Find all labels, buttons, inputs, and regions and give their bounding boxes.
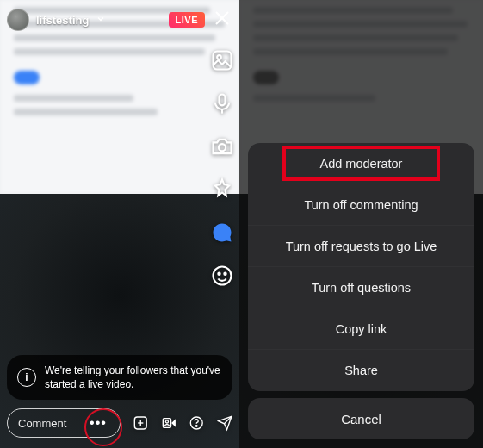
svg-point-7 [214, 267, 232, 285]
sheet-item-label: Copy link [336, 322, 387, 336]
live-side-rail [210, 48, 234, 288]
more-options-icon[interactable]: ••• [89, 414, 108, 432]
svg-point-6 [219, 144, 226, 151]
effects-icon[interactable] [210, 177, 234, 202]
comment-pill[interactable]: ••• [7, 408, 121, 438]
svg-point-8 [218, 273, 220, 275]
sheet-item-turn-off-requests[interactable]: Turn off requests to go Live [248, 226, 474, 267]
info-icon: i [17, 368, 36, 387]
svg-rect-2 [214, 52, 232, 70]
sheet-item-copy-link[interactable]: Copy link [248, 308, 474, 350]
live-bottombar: ••• [7, 407, 232, 439]
svg-point-14 [165, 420, 168, 423]
sheet-item-share[interactable]: Share [248, 350, 474, 391]
send-icon[interactable] [217, 413, 233, 433]
sticker-icon[interactable] [210, 264, 234, 288]
svg-rect-4 [220, 95, 226, 106]
toast-text: We're telling your followers that you've… [45, 364, 222, 391]
live-badge: LIVE [169, 12, 205, 28]
questions-icon[interactable] [189, 413, 205, 433]
sheet-item-turn-off-commenting[interactable]: Turn off commenting [248, 184, 474, 226]
username-label[interactable]: lifstesting [36, 14, 89, 27]
microphone-icon[interactable] [210, 91, 234, 115]
camera-flip-icon[interactable] [210, 134, 234, 159]
reaction-icon[interactable] [210, 221, 234, 245]
add-media-icon[interactable] [133, 413, 149, 433]
avatar[interactable] [7, 9, 29, 31]
sheet-item-add-moderator[interactable]: Add moderator [248, 143, 474, 184]
live-topbar: lifstesting LIVE [7, 7, 232, 33]
sheet-cancel-button[interactable]: Cancel [248, 398, 474, 439]
sheet-item-label: Turn off requests to go Live [286, 240, 437, 253]
media-picker-icon[interactable] [210, 48, 234, 72]
live-started-toast: i We're telling your followers that you'… [7, 355, 232, 400]
svg-point-9 [224, 273, 226, 275]
sheet-item-label: Add moderator [320, 157, 403, 171]
action-sheet: Add moderator Turn off commenting Turn o… [248, 143, 474, 439]
comment-input[interactable] [18, 417, 73, 430]
sheet-item-label: Share [344, 364, 378, 377]
svg-point-3 [217, 55, 221, 59]
sheet-item-label: Turn off questions [312, 281, 411, 295]
cancel-label: Cancel [341, 412, 381, 426]
svg-point-16 [195, 426, 197, 427]
chevron-down-icon[interactable] [96, 12, 106, 28]
close-icon[interactable] [212, 8, 232, 33]
options-sheet-screen: Add moderator Turn off commenting Turn o… [239, 0, 483, 448]
invite-guests-icon[interactable] [161, 413, 177, 433]
sheet-item-turn-off-questions[interactable]: Turn off questions [248, 267, 474, 308]
sheet-item-label: Turn off commenting [304, 198, 418, 212]
live-broadcast-screen: lifstesting LIVE i We're telling your [0, 0, 239, 448]
